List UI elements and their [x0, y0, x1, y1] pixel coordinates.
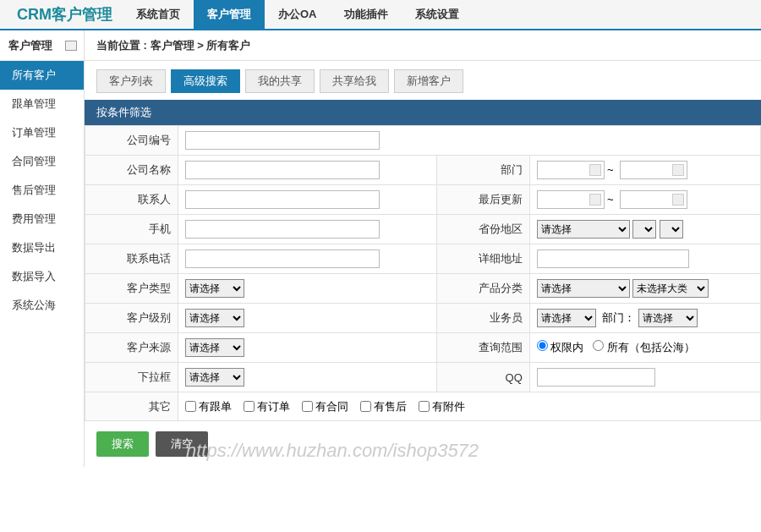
radio-scope-all-label[interactable]: 所有（包括公海）	[593, 341, 695, 354]
input-mobile[interactable]	[185, 220, 380, 239]
label-province: 省份地区	[436, 215, 529, 244]
label-dept: 部门	[436, 156, 529, 185]
label-phone: 联系电话	[85, 244, 178, 274]
select-salesman[interactable]: 请选择	[537, 309, 596, 327]
sidebar-item-import[interactable]: 数据导入	[0, 262, 84, 291]
sidebar-item-all-customers[interactable]: 所有客户	[0, 61, 84, 90]
label-qq: QQ	[436, 363, 529, 392]
label-contact: 联系人	[85, 185, 178, 215]
action-buttons: 搜索 清空	[85, 421, 761, 467]
nav-settings[interactable]: 系统设置	[402, 0, 473, 30]
checkbox-group-other: 有跟单 有订单 有合同 有售后 有附件	[185, 399, 753, 414]
check-followup[interactable]	[185, 401, 196, 412]
input-phone[interactable]	[185, 250, 380, 268]
check-aftersale[interactable]	[360, 401, 371, 412]
sidebar-item-public[interactable]: 系统公海	[0, 291, 84, 320]
clear-button[interactable]: 清空	[156, 431, 208, 457]
check-contract-label[interactable]: 有合同	[302, 399, 348, 414]
sub-tabs: 客户列表 高级搜索 我的共享 共享给我 新增客户	[85, 61, 761, 100]
select-district[interactable]	[660, 220, 683, 239]
sidebar-item-aftersale[interactable]: 售后管理	[0, 176, 84, 205]
sidebar-header: 客户管理	[0, 30, 84, 61]
calendar-icon[interactable]	[589, 194, 601, 206]
sidebar-item-contract[interactable]: 合同管理	[0, 147, 84, 176]
label-dropdown: 下拉框	[85, 363, 178, 392]
input-qq[interactable]	[537, 368, 655, 387]
sidebar-item-expense[interactable]: 费用管理	[0, 205, 84, 233]
label-address: 详细地址	[436, 244, 529, 274]
input-address[interactable]	[537, 250, 689, 268]
label-company-name: 公司名称	[85, 156, 178, 185]
input-company-name[interactable]	[185, 161, 380, 179]
dept-inline-label: 部门：	[602, 311, 635, 324]
check-contract[interactable]	[302, 401, 313, 412]
calendar-icon[interactable]	[672, 194, 684, 206]
label-cust-level: 客户级别	[85, 304, 178, 333]
sidebar-title: 客户管理	[8, 30, 52, 61]
tab-list[interactable]: 客户列表	[96, 69, 166, 93]
calendar-icon[interactable]	[589, 164, 601, 176]
label-mobile: 手机	[85, 215, 178, 244]
label-salesman: 业务员	[436, 304, 529, 333]
radio-scope-all[interactable]	[593, 340, 604, 351]
select-salesman-dept[interactable]: 请选择	[638, 309, 698, 327]
label-prod-cat: 产品分类	[436, 274, 529, 304]
date-separator: ~	[607, 163, 614, 176]
filter-panel-header: 按条件筛选	[85, 100, 761, 125]
main-content: 当前位置 : 客户管理 > 所有客户 客户列表 高级搜索 我的共享 共享给我 新…	[85, 30, 761, 467]
select-prod-big-cat[interactable]: 未选择大类	[632, 279, 709, 298]
sidebar-item-order[interactable]: 订单管理	[0, 118, 84, 147]
select-province[interactable]: 请选择	[537, 220, 630, 239]
label-other: 其它	[85, 392, 178, 421]
tab-my-share[interactable]: 我的共享	[245, 69, 315, 93]
select-cust-level[interactable]: 请选择	[185, 309, 244, 327]
label-last-update: 最后更新	[436, 185, 529, 215]
sidebar: 客户管理 所有客户 跟单管理 订单管理 合同管理 售后管理 费用管理 数据导出 …	[0, 30, 85, 467]
check-order[interactable]	[244, 401, 255, 412]
check-attachment-label[interactable]: 有附件	[419, 399, 465, 414]
select-dropdown[interactable]: 请选择	[185, 368, 244, 387]
input-company-no[interactable]	[185, 131, 380, 150]
radio-scope-perm-label[interactable]: 权限内	[537, 341, 584, 354]
check-aftersale-label[interactable]: 有售后	[360, 399, 407, 414]
select-city[interactable]	[632, 220, 656, 239]
search-button[interactable]: 搜索	[96, 431, 149, 457]
sidebar-item-export[interactable]: 数据导出	[0, 233, 84, 262]
label-company-no: 公司编号	[85, 126, 178, 156]
sidebar-toggle-icon[interactable]	[65, 41, 77, 51]
radio-scope-perm[interactable]	[537, 340, 548, 351]
label-cust-type: 客户类型	[85, 274, 178, 304]
nav-customer[interactable]: 客户管理	[194, 0, 265, 30]
label-cust-source: 客户来源	[85, 333, 178, 363]
tab-advanced-search[interactable]: 高级搜索	[171, 69, 240, 93]
breadcrumb: 当前位置 : 客户管理 > 所有客户	[85, 30, 761, 61]
tab-add-customer[interactable]: 新增客户	[394, 69, 463, 93]
nav-plugin[interactable]: 功能插件	[331, 0, 402, 30]
select-cust-source[interactable]: 请选择	[185, 338, 244, 357]
calendar-icon[interactable]	[672, 164, 684, 176]
sidebar-item-followup[interactable]: 跟单管理	[0, 90, 84, 118]
brand-logo: CRM客户管理	[7, 4, 123, 25]
filter-form: 公司编号 公司名称 部门 ~ 联系人 最后更新 ~	[85, 125, 761, 421]
label-scope: 查询范围	[436, 333, 529, 363]
date-separator: ~	[607, 193, 614, 206]
check-attachment[interactable]	[419, 401, 430, 412]
select-prod-cat[interactable]: 请选择	[537, 279, 630, 298]
tab-shared-to-me[interactable]: 共享给我	[320, 69, 389, 93]
nav-oa[interactable]: 办公OA	[265, 0, 331, 30]
nav-home[interactable]: 系统首页	[123, 0, 194, 30]
input-contact[interactable]	[185, 190, 380, 209]
check-followup-label[interactable]: 有跟单	[185, 399, 232, 414]
top-nav: CRM客户管理 系统首页 客户管理 办公OA 功能插件 系统设置	[0, 0, 761, 30]
select-cust-type[interactable]: 请选择	[185, 279, 244, 298]
check-order-label[interactable]: 有订单	[244, 399, 290, 414]
